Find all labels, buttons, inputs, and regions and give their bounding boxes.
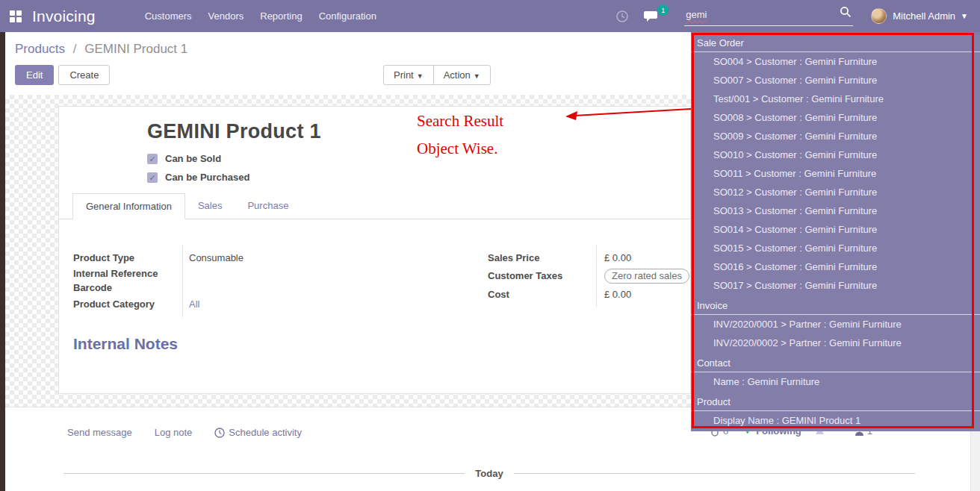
product-category-label: Product Category bbox=[73, 298, 189, 310]
search-result-item[interactable]: SO010 > Customer : Gemini Furniture bbox=[691, 146, 980, 164]
product-form-sheet: GEMINI Product 1 ✓ Can be Sold ✓ Can be … bbox=[58, 106, 691, 394]
search-result-item[interactable]: SO017 > Customer : Gemini Furniture bbox=[691, 276, 980, 295]
create-button[interactable]: Create bbox=[58, 65, 110, 85]
fields-right-column: Sales Price £ 0.00 Customer Taxes Zero r… bbox=[488, 248, 689, 303]
search-result-item[interactable]: Display Name : GEMINI Product 1 bbox=[691, 411, 980, 430]
print-dropdown-button[interactable]: Print▼ bbox=[384, 66, 433, 84]
tab-general-information[interactable]: General Information bbox=[72, 193, 185, 219]
section-header-contact: Contact bbox=[691, 352, 980, 372]
schedule-activity-button[interactable]: Schedule activity bbox=[214, 427, 302, 438]
can-be-sold-checkbox[interactable]: ✓ bbox=[147, 154, 158, 164]
menu-vendors[interactable]: Vendors bbox=[200, 1, 252, 31]
fields-left-column: Product Type Consumable Internal Referen… bbox=[73, 248, 394, 313]
app-title: Invoicing bbox=[32, 7, 96, 25]
action-dropdown-button[interactable]: Action▼ bbox=[433, 66, 490, 84]
send-message-button[interactable]: Send message bbox=[67, 427, 132, 438]
search-result-item[interactable]: Test/001 > Customer : Gemini Furniture bbox=[691, 90, 980, 108]
print-action-group: Print▼ Action▼ bbox=[383, 65, 491, 85]
menu-customers[interactable]: Customers bbox=[137, 1, 200, 31]
breadcrumb: Products / GEMINI Product 1 bbox=[15, 42, 187, 57]
print-caret-icon: ▼ bbox=[417, 72, 424, 80]
cost-value[interactable]: £ 0.00 bbox=[604, 289, 631, 300]
annotation-line2: Object Wise. bbox=[417, 135, 503, 163]
messages-badge: 1 bbox=[657, 4, 669, 16]
product-type-label: Product Type bbox=[73, 252, 189, 263]
user-menu-caret-icon[interactable]: ▼ bbox=[961, 12, 968, 20]
schedule-clock-icon bbox=[214, 428, 225, 438]
tab-sales[interactable]: Sales bbox=[185, 193, 235, 219]
search-result-item[interactable]: SO007 > Customer : Gemini Furniture bbox=[691, 71, 980, 90]
can-be-purchased-label: Can be Purchased bbox=[165, 172, 249, 183]
user-menu[interactable]: Mitchell Admin bbox=[893, 10, 955, 22]
action-caret-icon: ▼ bbox=[474, 72, 480, 80]
search-input-value: gemi bbox=[686, 9, 707, 20]
section-header-invoice: Invoice bbox=[691, 295, 980, 315]
sales-price-value[interactable]: £ 0.00 bbox=[604, 252, 631, 263]
search-result-item[interactable]: INV/2020/0001 > Partner : Gemini Furnitu… bbox=[691, 315, 980, 334]
tab-purchase[interactable]: Purchase bbox=[235, 193, 301, 219]
search-result-item[interactable]: SO015 > Customer : Gemini Furniture bbox=[691, 239, 980, 257]
internal-reference-label: Internal Reference bbox=[73, 268, 189, 279]
left-edge-strip bbox=[0, 32, 5, 491]
search-result-item[interactable]: SO012 > Customer : Gemini Furniture bbox=[691, 183, 980, 201]
search-results-dropdown: Sale Order SO004 > Customer : Gemini Fur… bbox=[691, 32, 980, 431]
notebook-tabs: General Information Sales Purchase bbox=[59, 193, 690, 219]
search-result-item[interactable]: SO004 > Customer : Gemini Furniture bbox=[691, 52, 980, 71]
main-menu: Customers Vendors Reporting Configuratio… bbox=[137, 1, 385, 31]
section-header-sale-order: Sale Order bbox=[691, 32, 980, 52]
can-be-purchased-checkbox[interactable]: ✓ bbox=[147, 172, 158, 183]
edit-button[interactable]: Edit bbox=[15, 65, 54, 85]
internal-notes-heading: Internal Notes bbox=[73, 335, 178, 353]
customer-taxes-tag[interactable]: Zero rated sales bbox=[604, 269, 689, 284]
messages-icon[interactable]: 1 bbox=[644, 10, 659, 22]
search-result-item[interactable]: SO014 > Customer : Gemini Furniture bbox=[691, 220, 980, 239]
barcode-label: Barcode bbox=[73, 282, 189, 293]
today-label: Today bbox=[475, 468, 503, 479]
search-result-item[interactable]: SO009 > Customer : Gemini Furniture bbox=[691, 127, 980, 146]
cost-label: Cost bbox=[488, 289, 604, 300]
menu-reporting[interactable]: Reporting bbox=[252, 1, 310, 31]
can-be-sold-label: Can be Sold bbox=[165, 153, 221, 164]
today-divider: Today bbox=[63, 468, 915, 479]
sales-price-label: Sales Price bbox=[488, 252, 604, 263]
log-note-button[interactable]: Log note bbox=[155, 427, 193, 438]
breadcrumb-separator: / bbox=[73, 42, 77, 56]
customer-taxes-label: Customer Taxes bbox=[488, 270, 604, 281]
activities-clock-icon[interactable] bbox=[615, 10, 629, 23]
search-icon[interactable] bbox=[840, 6, 852, 21]
user-avatar[interactable] bbox=[871, 8, 887, 24]
search-input[interactable]: gemi bbox=[684, 6, 853, 26]
breadcrumb-current: GEMINI Product 1 bbox=[84, 42, 187, 56]
annotation-line1: Search Result bbox=[417, 107, 503, 135]
section-header-product: Product bbox=[691, 391, 980, 411]
search-result-item[interactable]: SO016 > Customer : Gemini Furniture bbox=[691, 257, 980, 276]
product-title: GEMINI Product 1 bbox=[147, 120, 321, 143]
search-result-item[interactable]: INV/2020/0002 > Partner : Gemini Furnitu… bbox=[691, 334, 980, 352]
menu-configuration[interactable]: Configuration bbox=[311, 1, 385, 31]
top-navbar: Invoicing Customers Vendors Reporting Co… bbox=[0, 0, 980, 32]
product-type-value[interactable]: Consumable bbox=[189, 252, 244, 263]
breadcrumb-products-link[interactable]: Products bbox=[15, 42, 65, 56]
apps-menu-icon[interactable] bbox=[10, 10, 22, 22]
annotation-text: Search Result Object Wise. bbox=[417, 107, 503, 163]
search-result-item[interactable]: Name : Gemini Furniture bbox=[691, 372, 980, 391]
product-category-value[interactable]: All bbox=[189, 298, 199, 310]
search-result-item[interactable]: SO008 > Customer : Gemini Furniture bbox=[691, 108, 980, 127]
search-result-item[interactable]: SO011 > Customer : Gemini Furniture bbox=[691, 164, 980, 183]
search-result-item[interactable]: SO013 > Customer : Gemini Furniture bbox=[691, 201, 980, 220]
